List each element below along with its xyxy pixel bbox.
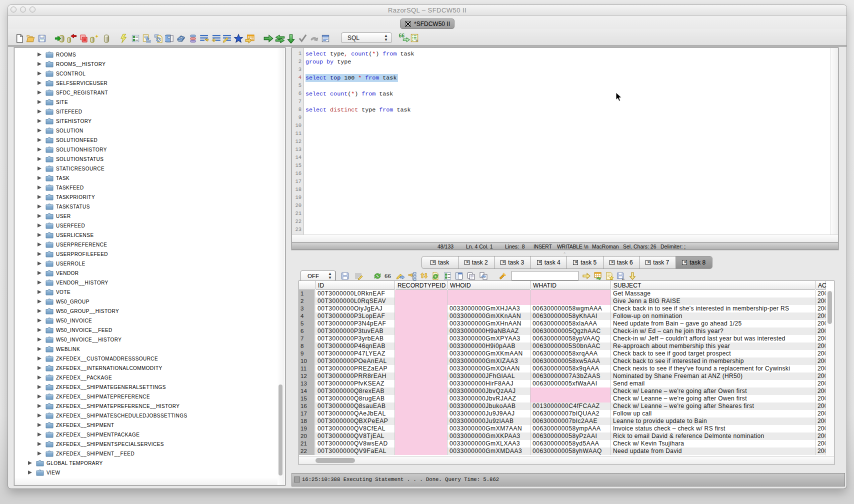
svg-text:66: 66	[384, 272, 392, 280]
svg-text:66: 66	[399, 33, 405, 38]
